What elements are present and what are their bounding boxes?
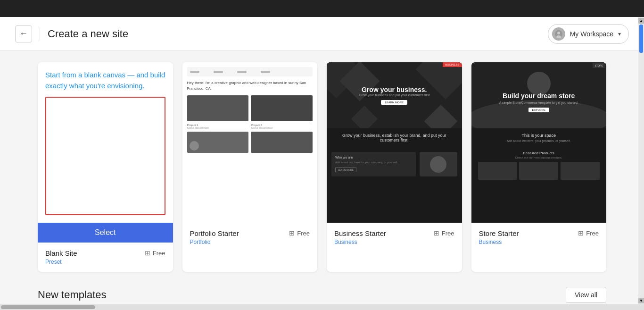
- store-starter-card: Build your dream store A simple Store/Co…: [471, 62, 607, 272]
- header-bar: ← Create a new site My Workspace ▾: [0, 17, 644, 51]
- blank-card-description: Start from a blank canvas — and build ex…: [45, 70, 165, 91]
- portfolio-hero-text: Hey there! I'm a creative graphic and we…: [187, 80, 313, 92]
- business-who-section: Who we are Add about text here for your …: [331, 152, 416, 176]
- portfolio-label-2: Project 2Some description: [251, 124, 313, 129]
- business-card-preview: BUSINESS Grow your business. Grow your b…: [327, 62, 462, 223]
- scroll-down-button[interactable]: ▼: [638, 298, 644, 303]
- blank-card-tag: Preset: [45, 259, 77, 265]
- biz-shape-5: [351, 106, 378, 128]
- business-hero-sub: Grow your business and put your customer…: [359, 93, 429, 97]
- portfolio-bottom-grid: [187, 132, 313, 153]
- top-nav-bar: [0, 0, 644, 17]
- portfolio-label-1: Project 1Some description: [187, 124, 249, 129]
- gift-icon-portfolio: ⊞: [289, 229, 295, 237]
- store-products-grid: [478, 162, 600, 180]
- store-featured: Featured Products Check out our most pop…: [471, 151, 607, 180]
- store-featured-sub: Check out our most popular products.: [478, 156, 600, 159]
- store-hero-title: Build your dream store: [499, 92, 578, 100]
- business-hero-title: Grow your business.: [359, 86, 429, 93]
- business-cta-button: LEARN MORE: [381, 100, 407, 105]
- portfolio-card-details: Portfolio Starter Portfolio: [190, 229, 239, 245]
- portfolio-card-info: Portfolio Starter Portfolio ⊞ Free: [182, 223, 318, 252]
- store-product-1: [478, 162, 517, 180]
- store-preview-content: Build your dream store A simple Store/Co…: [471, 62, 607, 223]
- store-hero-sub: A simple Store/Commerce template to get …: [499, 101, 578, 104]
- portfolio-nav-item: [237, 71, 247, 73]
- store-product-3: [561, 162, 600, 180]
- business-badge: BUSINESS: [443, 62, 462, 67]
- biz-shape-4: [424, 105, 457, 128]
- scroll-thumb[interactable]: [639, 25, 643, 53]
- business-card-price: ⊞ Free: [434, 229, 454, 237]
- main-content: Start from a blank canvas — and build ex…: [0, 51, 644, 310]
- vertical-scrollbar[interactable]: ▲ ▼: [638, 17, 644, 304]
- business-card-tag: Business: [334, 239, 386, 245]
- header-left: ← Create a new site: [15, 25, 128, 42]
- page-title: Create a new site: [48, 28, 128, 40]
- svg-point-1: [557, 32, 560, 34]
- template-cards-row: Start from a blank canvas — and build ex…: [38, 62, 606, 272]
- scroll-track: [639, 25, 643, 297]
- scrollbar-thumb[interactable]: [1, 305, 95, 309]
- store-card-name: Store Starter: [479, 229, 519, 237]
- portfolio-card-price: ⊞ Free: [289, 229, 310, 237]
- blank-card-preview: Start from a blank canvas — and build ex…: [38, 62, 173, 223]
- store-hero-text-container: Build your dream store A simple Store/Co…: [499, 92, 578, 113]
- horizontal-scrollbar[interactable]: [0, 304, 644, 310]
- store-section-sub: Add about text here, your products, or y…: [478, 139, 600, 142]
- store-featured-title: Featured Products: [478, 151, 600, 155]
- portfolio-price-label: Free: [297, 230, 310, 237]
- blank-card-info: Blank Site Preset ⊞ Free: [38, 243, 173, 272]
- business-starter-card: BUSINESS Grow your business. Grow your b…: [327, 62, 462, 272]
- blank-card-name: Blank Site: [45, 249, 77, 257]
- store-card-details: Store Starter Business: [479, 229, 519, 245]
- business-card-name: Business Starter: [334, 229, 386, 237]
- business-hero-text-container: Grow your business. Grow your business a…: [359, 86, 429, 105]
- portfolio-card-tag: Portfolio: [190, 239, 239, 245]
- portfolio-thumb-1: [187, 95, 249, 121]
- header-divider: [40, 27, 40, 41]
- new-templates-title: New templates: [38, 289, 107, 301]
- business-image-placeholder: [420, 152, 457, 176]
- store-cta-button: EXPLORE: [528, 108, 549, 112]
- business-learn-more: LEARN MORE: [335, 168, 356, 172]
- portfolio-card-name: Portfolio Starter: [190, 229, 239, 237]
- business-preview-content: BUSINESS Grow your business. Grow your b…: [327, 62, 462, 223]
- portfolio-nav-bar: [187, 67, 313, 76]
- back-icon: ←: [19, 29, 28, 39]
- blank-card-price: ⊞ Free: [145, 249, 165, 257]
- blank-card-details: Blank Site Preset: [45, 249, 77, 265]
- view-all-button[interactable]: View all: [566, 287, 606, 303]
- workspace-button[interactable]: My Workspace ▾: [548, 24, 629, 44]
- portfolio-nav-item: [190, 71, 199, 73]
- blank-text-highlight: Start from a blank canvas — and build ex…: [45, 71, 165, 90]
- portfolio-card-preview: Hey there! I'm a creative graphic and we…: [182, 62, 318, 223]
- store-section: This is your space Add about text here, …: [471, 128, 607, 151]
- store-label-badge: STORE: [593, 63, 605, 68]
- back-button[interactable]: ←: [15, 25, 32, 42]
- select-blank-button[interactable]: Select: [38, 223, 173, 243]
- business-who-text: Add about text here for your company, or…: [335, 160, 412, 164]
- business-price-label: Free: [442, 230, 454, 237]
- portfolio-nav-item: [261, 71, 270, 73]
- portfolio-grid: [187, 95, 313, 121]
- gift-icon: ⊞: [145, 249, 150, 257]
- chevron-down-icon: ▾: [618, 31, 621, 37]
- business-section-title: Grow your business, establish your brand…: [333, 133, 455, 142]
- business-card-details: Business Starter Business: [334, 229, 386, 245]
- store-card-price: ⊞ Free: [578, 229, 599, 237]
- portfolio-nav-item: [214, 71, 223, 73]
- scroll-up-button[interactable]: ▲: [638, 18, 644, 24]
- store-card-tag: Business: [479, 239, 519, 245]
- portfolio-starter-card: Hey there! I'm a creative graphic and we…: [182, 62, 318, 272]
- business-section: Grow your business, establish your brand…: [327, 128, 462, 149]
- blank-site-card: Start from a blank canvas — and build ex…: [38, 62, 173, 272]
- blank-canvas-area: [45, 97, 165, 215]
- business-who-title: Who we are: [335, 156, 412, 159]
- portfolio-preview-content: Hey there! I'm a creative graphic and we…: [182, 62, 318, 223]
- store-product-2: [519, 162, 558, 180]
- business-circle-shape: [430, 156, 446, 173]
- store-card-info: Store Starter Business ⊞ Free: [471, 223, 607, 252]
- gift-icon-business: ⊞: [434, 229, 439, 237]
- new-templates-header: New templates View all: [38, 287, 606, 303]
